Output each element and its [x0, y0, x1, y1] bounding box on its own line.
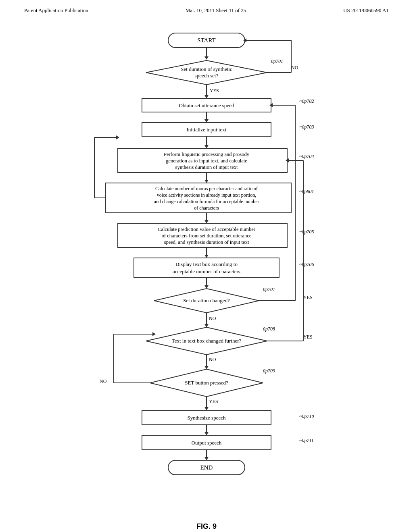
svg-marker-5: [204, 95, 209, 98]
svg-marker-47: [204, 432, 209, 435]
svg-marker-37: [204, 366, 209, 369]
op701-text1: Set duration of synthetic: [181, 66, 232, 72]
svg-marker-44: [204, 407, 209, 410]
svg-marker-50: [204, 457, 209, 460]
start-label: START: [197, 37, 215, 44]
op705-text2: of characters from set duration, set utt…: [162, 233, 252, 239]
op701-yes: YES: [210, 88, 219, 94]
op704-text3: synthesis duration of input text: [175, 164, 238, 170]
op702-text: Obtain set utterance speed: [179, 102, 234, 108]
op707-yes: YES: [303, 295, 313, 300]
op801-text4: of characters: [194, 205, 219, 211]
svg-marker-59: [116, 135, 119, 139]
svg-marker-8: [204, 119, 209, 123]
svg-marker-42: [152, 332, 156, 336]
op801-text3: and change calculation formula for accep…: [154, 199, 259, 204]
flowchart: START 0p701 NO Set duration of synthetic…: [65, 29, 348, 514]
end-label: END: [200, 464, 213, 471]
op708-text: Text in text box changed further?: [172, 338, 242, 344]
op701-text2: speech set?: [195, 73, 219, 79]
op705-label: ~0p705: [299, 229, 314, 235]
op709-yes: YES: [209, 399, 218, 404]
header-left: Patent Application Publication: [24, 7, 88, 14]
op708-yes: YES: [303, 334, 313, 340]
op710-label: ~0p710: [299, 414, 314, 419]
op706-text1: Display text box according to: [175, 261, 238, 267]
svg-marker-17: [204, 220, 209, 223]
op702-label: ~0p702: [299, 98, 314, 104]
op709-text: SET button pressed?: [185, 380, 228, 386]
op707-no: NO: [209, 316, 216, 321]
svg-marker-11: [204, 145, 209, 148]
op706-text2: acceptable number of characters: [173, 268, 240, 274]
op709-label: 0p709: [263, 368, 275, 374]
op703-label: ~0p703: [299, 124, 314, 130]
svg-marker-23: [204, 285, 209, 289]
op711-label: ~0p711: [299, 438, 314, 443]
svg-marker-14: [204, 180, 209, 183]
op705-text3: speed, and synthesis duration of input t…: [164, 239, 249, 245]
op801-label: ~0p801: [299, 189, 314, 194]
op707-text: Set duration changed?: [183, 297, 230, 303]
op703-text: Initialize input text: [187, 127, 227, 133]
op706-label: ~0p706: [299, 262, 314, 267]
svg-marker-30: [204, 324, 209, 327]
op707-label: 0p707: [263, 287, 275, 292]
op704-text1: Perform linguistic processing and prosod…: [164, 152, 250, 157]
op711-text: Output speech: [192, 440, 222, 446]
op801-text2: voice activity sections in already input…: [157, 192, 257, 198]
page-header: Patent Application Publication Mar. 10, …: [0, 0, 413, 17]
op704-label: ~0p704: [299, 154, 314, 159]
op709-no: NO: [100, 378, 107, 384]
diagram-container: START 0p701 NO Set duration of synthetic…: [0, 17, 413, 532]
op705-text1: Calculate prediction value of acceptable…: [158, 227, 256, 232]
header-center: Mar. 10, 2011 Sheet 11 of 25: [186, 7, 246, 14]
op708-label: 0p708: [263, 326, 275, 332]
op701-no: NO: [291, 65, 298, 71]
svg-marker-20: [204, 255, 209, 258]
figure-label: FIG. 9: [196, 522, 217, 531]
op710-text: Synthesize speech: [188, 415, 226, 421]
op801-text1: Calculate number of moras per character …: [155, 186, 258, 191]
op708-no: NO: [209, 357, 216, 362]
header-right: US 2011/0060590 A1: [343, 7, 389, 14]
svg-marker-2: [204, 56, 209, 60]
op704-text2: generation as to input text, and calcula…: [166, 158, 247, 164]
op701-label: 0p701: [271, 58, 283, 64]
